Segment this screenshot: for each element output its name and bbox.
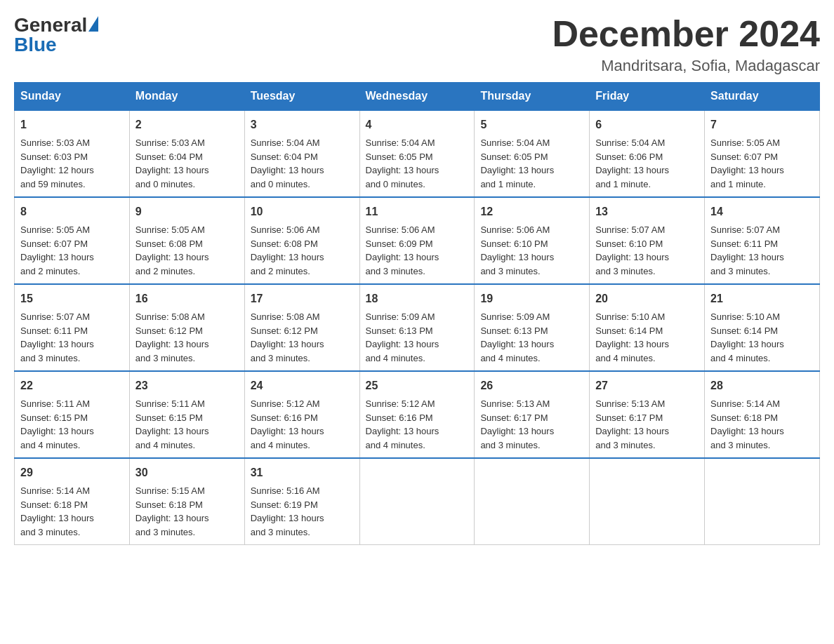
day-number: 15 (20, 290, 124, 307)
day-number: 23 (135, 377, 239, 394)
day-cell-22: 22Sunrise: 5:11 AM Sunset: 6:15 PM Dayli… (15, 371, 130, 458)
day-number: 18 (366, 290, 469, 307)
day-info: Sunrise: 5:09 AM Sunset: 6:13 PM Dayligh… (480, 311, 554, 363)
title-area: December 2024 Mandritsara, Sofia, Madaga… (552, 14, 820, 75)
day-info: Sunrise: 5:09 AM Sunset: 6:13 PM Dayligh… (366, 311, 439, 363)
day-number: 5 (480, 116, 583, 133)
day-header-thursday: Thursday (475, 83, 590, 111)
day-info: Sunrise: 5:06 AM Sunset: 6:08 PM Dayligh… (251, 224, 324, 276)
day-number: 11 (366, 203, 469, 220)
day-number: 21 (710, 290, 814, 307)
day-info: Sunrise: 5:04 AM Sunset: 6:05 PM Dayligh… (480, 137, 554, 189)
day-info: Sunrise: 5:14 AM Sunset: 6:18 PM Dayligh… (710, 398, 784, 450)
day-info: Sunrise: 5:14 AM Sunset: 6:18 PM Dayligh… (20, 485, 94, 537)
day-info: Sunrise: 5:13 AM Sunset: 6:17 PM Dayligh… (595, 398, 669, 450)
day-number: 24 (251, 377, 354, 394)
day-cell-26: 26Sunrise: 5:13 AM Sunset: 6:17 PM Dayli… (475, 371, 590, 458)
day-cell-23: 23Sunrise: 5:11 AM Sunset: 6:15 PM Dayli… (129, 371, 244, 458)
month-title: December 2024 (552, 14, 820, 54)
day-info: Sunrise: 5:15 AM Sunset: 6:18 PM Dayligh… (135, 485, 209, 537)
day-info: Sunrise: 5:04 AM Sunset: 6:06 PM Dayligh… (595, 137, 669, 189)
week-row-2: 8Sunrise: 5:05 AM Sunset: 6:07 PM Daylig… (15, 197, 820, 284)
day-number: 2 (135, 116, 239, 133)
day-info: Sunrise: 5:10 AM Sunset: 6:14 PM Dayligh… (710, 311, 784, 363)
day-number: 26 (480, 377, 583, 394)
day-cell-25: 25Sunrise: 5:12 AM Sunset: 6:16 PM Dayli… (359, 371, 475, 458)
day-cell-6: 6Sunrise: 5:04 AM Sunset: 6:06 PM Daylig… (590, 110, 705, 197)
day-cell-12: 12Sunrise: 5:06 AM Sunset: 6:10 PM Dayli… (475, 197, 590, 284)
day-cell-15: 15Sunrise: 5:07 AM Sunset: 6:11 PM Dayli… (15, 284, 130, 371)
day-cell-7: 7Sunrise: 5:05 AM Sunset: 6:07 PM Daylig… (705, 110, 820, 197)
day-number: 25 (366, 377, 469, 394)
week-row-3: 15Sunrise: 5:07 AM Sunset: 6:11 PM Dayli… (15, 284, 820, 371)
day-info: Sunrise: 5:12 AM Sunset: 6:16 PM Dayligh… (366, 398, 439, 450)
day-info: Sunrise: 5:08 AM Sunset: 6:12 PM Dayligh… (251, 311, 324, 363)
day-cell-13: 13Sunrise: 5:07 AM Sunset: 6:10 PM Dayli… (590, 197, 705, 284)
day-number: 13 (595, 203, 699, 220)
day-info: Sunrise: 5:03 AM Sunset: 6:04 PM Dayligh… (135, 137, 209, 189)
header: General Blue December 2024 Mandritsara, … (14, 14, 820, 75)
day-number: 7 (710, 116, 814, 133)
logo-blue-text: Blue (14, 34, 57, 56)
day-header-sunday: Sunday (15, 83, 130, 111)
empty-cell (590, 458, 705, 545)
day-cell-11: 11Sunrise: 5:06 AM Sunset: 6:09 PM Dayli… (359, 197, 475, 284)
empty-cell (475, 458, 590, 545)
day-number: 12 (480, 203, 583, 220)
day-number: 9 (135, 203, 239, 220)
day-info: Sunrise: 5:11 AM Sunset: 6:15 PM Dayligh… (20, 398, 94, 450)
day-info: Sunrise: 5:07 AM Sunset: 6:11 PM Dayligh… (710, 224, 784, 276)
day-cell-9: 9Sunrise: 5:05 AM Sunset: 6:08 PM Daylig… (129, 197, 244, 284)
day-number: 31 (251, 464, 354, 481)
logo: General Blue (14, 14, 98, 56)
day-cell-14: 14Sunrise: 5:07 AM Sunset: 6:11 PM Dayli… (705, 197, 820, 284)
empty-cell (359, 458, 475, 545)
day-info: Sunrise: 5:05 AM Sunset: 6:07 PM Dayligh… (20, 224, 94, 276)
day-cell-27: 27Sunrise: 5:13 AM Sunset: 6:17 PM Dayli… (590, 371, 705, 458)
day-number: 14 (710, 203, 814, 220)
day-number: 28 (710, 377, 814, 394)
day-header-saturday: Saturday (705, 83, 820, 111)
day-info: Sunrise: 5:06 AM Sunset: 6:09 PM Dayligh… (366, 224, 439, 276)
week-row-4: 22Sunrise: 5:11 AM Sunset: 6:15 PM Dayli… (15, 371, 820, 458)
day-info: Sunrise: 5:07 AM Sunset: 6:11 PM Dayligh… (20, 311, 94, 363)
day-number: 20 (595, 290, 699, 307)
day-number: 19 (480, 290, 583, 307)
day-number: 10 (251, 203, 354, 220)
location-subtitle: Mandritsara, Sofia, Madagascar (552, 57, 820, 75)
day-number: 29 (20, 464, 124, 481)
day-cell-3: 3Sunrise: 5:04 AM Sunset: 6:04 PM Daylig… (244, 110, 359, 197)
day-cell-19: 19Sunrise: 5:09 AM Sunset: 6:13 PM Dayli… (475, 284, 590, 371)
day-cell-20: 20Sunrise: 5:10 AM Sunset: 6:14 PM Dayli… (590, 284, 705, 371)
day-number: 27 (595, 377, 699, 394)
day-number: 1 (20, 116, 124, 133)
day-info: Sunrise: 5:05 AM Sunset: 6:07 PM Dayligh… (710, 137, 784, 189)
day-info: Sunrise: 5:04 AM Sunset: 6:04 PM Dayligh… (251, 137, 324, 189)
day-info: Sunrise: 5:16 AM Sunset: 6:19 PM Dayligh… (251, 485, 324, 537)
day-cell-10: 10Sunrise: 5:06 AM Sunset: 6:08 PM Dayli… (244, 197, 359, 284)
day-info: Sunrise: 5:08 AM Sunset: 6:12 PM Dayligh… (135, 311, 209, 363)
day-cell-21: 21Sunrise: 5:10 AM Sunset: 6:14 PM Dayli… (705, 284, 820, 371)
week-row-5: 29Sunrise: 5:14 AM Sunset: 6:18 PM Dayli… (15, 458, 820, 545)
day-number: 30 (135, 464, 239, 481)
day-info: Sunrise: 5:11 AM Sunset: 6:15 PM Dayligh… (135, 398, 209, 450)
day-info: Sunrise: 5:06 AM Sunset: 6:10 PM Dayligh… (480, 224, 554, 276)
day-info: Sunrise: 5:12 AM Sunset: 6:16 PM Dayligh… (251, 398, 324, 450)
day-cell-24: 24Sunrise: 5:12 AM Sunset: 6:16 PM Dayli… (244, 371, 359, 458)
day-cell-1: 1Sunrise: 5:03 AM Sunset: 6:03 PM Daylig… (15, 110, 130, 197)
day-info: Sunrise: 5:03 AM Sunset: 6:03 PM Dayligh… (20, 137, 94, 189)
day-number: 17 (251, 290, 354, 307)
day-cell-28: 28Sunrise: 5:14 AM Sunset: 6:18 PM Dayli… (705, 371, 820, 458)
logo-triangle-icon (88, 16, 98, 32)
week-row-1: 1Sunrise: 5:03 AM Sunset: 6:03 PM Daylig… (15, 110, 820, 197)
day-info: Sunrise: 5:04 AM Sunset: 6:05 PM Dayligh… (366, 137, 439, 189)
day-cell-5: 5Sunrise: 5:04 AM Sunset: 6:05 PM Daylig… (475, 110, 590, 197)
day-number: 22 (20, 377, 124, 394)
empty-cell (705, 458, 820, 545)
day-number: 8 (20, 203, 124, 220)
day-cell-8: 8Sunrise: 5:05 AM Sunset: 6:07 PM Daylig… (15, 197, 130, 284)
day-header-wednesday: Wednesday (359, 83, 475, 111)
day-info: Sunrise: 5:13 AM Sunset: 6:17 PM Dayligh… (480, 398, 554, 450)
day-cell-18: 18Sunrise: 5:09 AM Sunset: 6:13 PM Dayli… (359, 284, 475, 371)
day-cell-16: 16Sunrise: 5:08 AM Sunset: 6:12 PM Dayli… (129, 284, 244, 371)
